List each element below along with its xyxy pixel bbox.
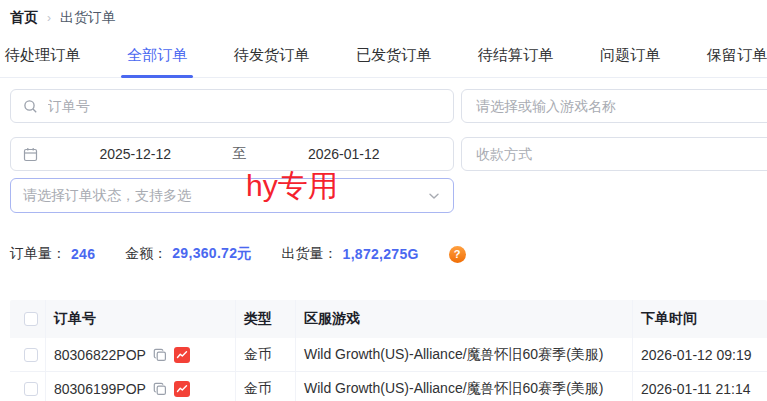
order-number-input[interactable] (46, 97, 441, 115)
col-order-number: 订单号 (46, 300, 236, 338)
col-type: 类型 (236, 300, 296, 338)
order-type: 金币 (236, 338, 296, 371)
tab-pending-orders[interactable]: 待处理订单 (5, 46, 80, 78)
col-order-time: 下单时间 (633, 300, 767, 338)
row-checkbox[interactable] (24, 382, 38, 396)
stat-amount-label: 金额： (125, 245, 167, 263)
order-tabs-bar: 待处理订单 全部订单 待发货订单 已发货订单 待结算订单 问题订单 保留订单 (0, 46, 767, 78)
copy-icon[interactable] (153, 382, 167, 396)
search-icon (23, 99, 38, 114)
summary-stats: 订单量： 246 金额： 29,360.72元 出货量： 1,872,275G … (10, 245, 466, 263)
stat-order-count-label: 订单量： (10, 245, 66, 263)
stat-shipment: 出货量： 1,872,275G (282, 245, 419, 263)
breadcrumb-home[interactable]: 首页 (10, 9, 38, 27)
stat-order-count: 订单量： 246 (10, 245, 95, 263)
date-range-separator: 至 (233, 145, 247, 163)
order-status-multiselect[interactable]: 请选择订单状态，支持多选 (10, 178, 454, 213)
tab-to-settle-orders[interactable]: 待结算订单 (478, 46, 553, 78)
tab-all-orders[interactable]: 全部订单 (127, 46, 187, 78)
orders-table: 订单号 类型 区服游戏 下单时间 80306822POP (10, 300, 767, 401)
game-name-input[interactable] (474, 97, 767, 115)
tab-reserved-orders[interactable]: 保留订单 (707, 46, 767, 78)
orders-table-header: 订单号 类型 区服游戏 下单时间 (10, 300, 767, 338)
row-checkbox[interactable] (24, 348, 38, 362)
table-row[interactable]: 80306822POP 金币 Wild Growth(US)-Alliance/… (10, 338, 767, 372)
price-trend-icon[interactable] (174, 347, 190, 363)
order-time: 2026-01-11 21:14 (633, 372, 767, 401)
order-type: 金币 (236, 372, 296, 401)
col-server-game: 区服游戏 (296, 300, 633, 338)
table-row[interactable]: 80306199POP 金币 Wild Growth(US)-Alliance/… (10, 372, 767, 401)
order-number: 80306199POP (54, 381, 146, 397)
stat-shipment-label: 出货量： (282, 245, 338, 263)
select-all-checkbox[interactable] (24, 312, 38, 326)
server-game: Wild Growth(US)-Alliance/魔兽怀旧60赛季(美服) (296, 372, 633, 401)
tab-problem-orders[interactable]: 问题订单 (600, 46, 660, 78)
breadcrumb-current: 出货订单 (60, 9, 116, 27)
price-trend-icon[interactable] (174, 381, 190, 397)
help-icon[interactable]: ? (449, 246, 466, 263)
copy-icon[interactable] (153, 348, 167, 362)
stat-amount-value: 29,360.72元 (172, 245, 251, 263)
server-game: Wild Growth(US)-Alliance/魔兽怀旧60赛季(美服) (296, 338, 633, 371)
chevron-down-icon (427, 189, 441, 203)
payment-method-selectbox (461, 137, 767, 171)
stat-order-count-value: 246 (71, 246, 95, 262)
order-time: 2026-01-12 09:19 (633, 338, 767, 371)
order-number-searchbox (10, 89, 454, 123)
stat-shipment-value: 1,872,275G (343, 246, 419, 262)
breadcrumb: 首页 › 出货订单 (10, 9, 116, 27)
game-name-selectbox (461, 89, 767, 123)
tab-to-ship-orders[interactable]: 待发货订单 (234, 46, 309, 78)
breadcrumb-separator-icon: › (47, 11, 51, 25)
payment-method-input[interactable] (474, 145, 767, 163)
order-number: 80306822POP (54, 347, 146, 363)
order-status-placeholder: 请选择订单状态，支持多选 (23, 187, 191, 205)
tab-shipped-orders[interactable]: 已发货订单 (356, 46, 431, 78)
date-end-value[interactable]: 2026-01-12 (247, 146, 442, 162)
date-range-picker[interactable]: 2025-12-12 至 2026-01-12 (10, 137, 454, 171)
date-start-value[interactable]: 2025-12-12 (38, 146, 233, 162)
calendar-icon (23, 147, 38, 162)
stat-amount: 金额： 29,360.72元 (125, 245, 251, 263)
